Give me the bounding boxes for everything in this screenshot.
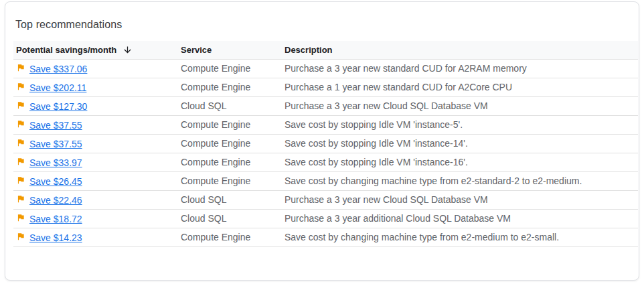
service-cell: Compute Engine xyxy=(178,228,282,246)
savings-link[interactable]: Save $22.46 xyxy=(29,195,82,206)
description-cell: Save cost by stopping Idle VM 'instance-… xyxy=(282,153,638,171)
savings-cell: Save $14.23 xyxy=(13,228,178,246)
savings-cell: Save $37.55 xyxy=(13,134,178,153)
flag-icon xyxy=(16,119,25,129)
description-cell: Save cost by stopping Idle VM 'instance-… xyxy=(282,134,638,153)
description-cell: Save cost by changing machine type from … xyxy=(282,228,638,246)
table-row: Save $26.45 Compute Engine Save cost by … xyxy=(13,171,638,190)
description-label: Save cost by stopping Idle VM 'instance-… xyxy=(285,157,468,167)
column-header-label: Service xyxy=(181,45,212,55)
flag-icon xyxy=(16,82,25,91)
table-row: Save $14.23 Compute Engine Save cost by … xyxy=(13,228,638,246)
table-row: Save $37.55 Compute Engine Save cost by … xyxy=(13,115,638,134)
description-cell: Purchase a 3 year additional Cloud SQL D… xyxy=(282,209,638,228)
service-cell: Compute Engine xyxy=(178,115,282,134)
service-label: Compute Engine xyxy=(181,119,250,130)
card-title: Top recommendations xyxy=(5,2,639,31)
savings-cell: Save $22.46 xyxy=(13,190,178,209)
description-label: Save cost by stopping Idle VM 'instance-… xyxy=(285,119,463,130)
service-cell: Compute Engine xyxy=(178,134,282,153)
flag-icon xyxy=(16,157,25,166)
description-label: Purchase a 3 year new Cloud SQL Database… xyxy=(285,100,488,111)
top-recommendations-card: Top recommendations Potential savings/mo… xyxy=(5,1,639,281)
flag-icon xyxy=(16,100,25,110)
service-cell: Compute Engine xyxy=(178,78,282,96)
service-cell: Compute Engine xyxy=(178,153,282,171)
description-label: Purchase a 3 year additional Cloud SQL D… xyxy=(285,213,511,224)
sort-descending-arrow-icon xyxy=(123,45,133,55)
savings-link[interactable]: Save $127.30 xyxy=(29,101,87,112)
service-label: Compute Engine xyxy=(181,82,250,92)
service-label: Compute Engine xyxy=(181,138,250,149)
description-label: Save cost by changing machine type from … xyxy=(285,175,582,186)
service-label: Cloud SQL xyxy=(181,100,226,111)
flag-icon xyxy=(16,63,25,72)
table-row: Save $127.30 Cloud SQL Purchase a 3 year… xyxy=(13,96,638,115)
table-row: Save $33.97 Compute Engine Save cost by … xyxy=(13,153,638,171)
column-header-description[interactable]: Description xyxy=(282,41,638,59)
flag-icon xyxy=(16,232,25,241)
savings-cell: Save $127.30 xyxy=(13,96,178,115)
savings-link[interactable]: Save $202.11 xyxy=(29,82,86,93)
column-header-label: Description xyxy=(285,45,333,55)
service-label: Cloud SQL xyxy=(181,194,226,205)
service-cell: Compute Engine xyxy=(178,171,282,190)
description-cell: Purchase a 3 year new Cloud SQL Database… xyxy=(282,96,638,115)
savings-link[interactable]: Save $337.06 xyxy=(29,64,87,74)
table-row: Save $202.11 Compute Engine Purchase a 1… xyxy=(13,78,638,96)
service-label: Compute Engine xyxy=(181,232,250,242)
service-label: Compute Engine xyxy=(181,175,250,186)
savings-cell: Save $26.45 xyxy=(13,171,178,190)
service-label: Compute Engine xyxy=(181,157,250,167)
service-cell: Cloud SQL xyxy=(178,190,282,209)
column-header-service[interactable]: Service xyxy=(178,41,282,59)
description-cell: Purchase a 3 year new Cloud SQL Database… xyxy=(282,190,638,209)
flag-icon xyxy=(16,194,25,204)
table-row: Save $18.72 Cloud SQL Purchase a 3 year … xyxy=(13,209,638,228)
service-cell: Cloud SQL xyxy=(178,209,282,228)
table-row: Save $37.55 Compute Engine Save cost by … xyxy=(13,134,638,153)
description-label: Save cost by stopping Idle VM 'instance-… xyxy=(285,138,468,149)
table-header-row: Potential savings/month Service Descript… xyxy=(13,41,638,59)
table-row: Save $337.06 Compute Engine Purchase a 3… xyxy=(13,59,638,78)
column-header-potential-savings[interactable]: Potential savings/month xyxy=(13,41,178,59)
description-cell: Purchase a 3 year new standard CUD for A… xyxy=(282,59,638,78)
description-cell: Purchase a 1 year new standard CUD for A… xyxy=(282,78,638,96)
savings-link[interactable]: Save $33.97 xyxy=(29,157,82,168)
description-label: Save cost by changing machine type from … xyxy=(285,232,559,242)
table-body: Save $337.06 Compute Engine Purchase a 3… xyxy=(13,59,638,246)
savings-cell: Save $33.97 xyxy=(13,153,178,171)
savings-link[interactable]: Save $18.72 xyxy=(29,214,82,224)
description-label: Purchase a 3 year new standard CUD for A… xyxy=(285,63,527,74)
savings-link[interactable]: Save $37.55 xyxy=(29,120,82,131)
savings-link[interactable]: Save $37.55 xyxy=(29,139,82,149)
service-label: Cloud SQL xyxy=(181,213,226,224)
savings-cell: Save $18.72 xyxy=(13,209,178,228)
table-row: Save $22.46 Cloud SQL Purchase a 3 year … xyxy=(13,190,638,209)
description-cell: Save cost by stopping Idle VM 'instance-… xyxy=(282,115,638,134)
description-label: Purchase a 1 year new standard CUD for A… xyxy=(285,82,512,92)
savings-cell: Save $337.06 xyxy=(13,59,178,78)
flag-icon xyxy=(16,138,25,147)
description-label: Purchase a 3 year new Cloud SQL Database… xyxy=(285,194,488,205)
service-label: Compute Engine xyxy=(181,63,250,74)
flag-icon xyxy=(16,175,25,185)
service-cell: Compute Engine xyxy=(178,59,282,78)
savings-cell: Save $37.55 xyxy=(13,115,178,134)
savings-link[interactable]: Save $26.45 xyxy=(29,176,82,187)
column-header-label: Potential savings/month xyxy=(16,45,116,55)
flag-icon xyxy=(16,213,25,222)
savings-cell: Save $202.11 xyxy=(13,78,178,96)
recommendations-table: Potential savings/month Service Descript… xyxy=(13,41,638,247)
savings-link[interactable]: Save $14.23 xyxy=(29,232,82,243)
service-cell: Cloud SQL xyxy=(178,96,282,115)
description-cell: Save cost by changing machine type from … xyxy=(282,171,638,190)
